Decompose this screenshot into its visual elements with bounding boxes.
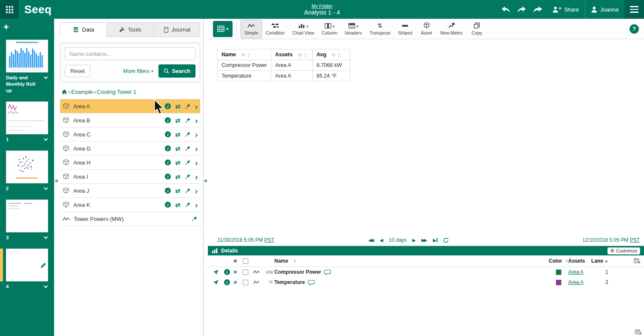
info-icon[interactable]: i xyxy=(165,202,171,208)
range-duration[interactable]: 10 days xyxy=(389,237,407,243)
info-icon[interactable]: i xyxy=(165,131,171,137)
user-menu[interactable]: Joanna xyxy=(585,0,624,19)
comment-icon[interactable] xyxy=(324,269,331,275)
chevron-down-icon[interactable] xyxy=(44,137,48,141)
swap-icon[interactable]: ⇄ xyxy=(175,202,181,208)
chevron-down-icon[interactable] xyxy=(44,75,48,79)
info-icon[interactable]: i xyxy=(165,174,171,180)
remove-icon[interactable]: × xyxy=(233,269,237,275)
details-header-color[interactable]: Color xyxy=(549,258,562,264)
more-filters-link[interactable]: More filters ▾ xyxy=(123,68,153,74)
swap-icon[interactable]: ⇄ xyxy=(175,103,181,110)
info-icon[interactable]: i xyxy=(224,269,230,275)
asset-link[interactable]: Area A xyxy=(568,269,584,275)
details-header-assets[interactable]: Assets xyxy=(568,258,585,264)
home-icon[interactable] xyxy=(61,89,67,95)
chevron-right-icon[interactable]: › xyxy=(195,173,198,181)
range-end[interactable]: 12/10/2018 5:05 PM PST xyxy=(582,237,640,243)
chevron-down-icon[interactable] xyxy=(44,284,48,288)
move-icon[interactable] xyxy=(298,52,302,57)
details-header-name[interactable]: Name xyxy=(274,258,288,264)
worksheet-label-3[interactable]: 2 xyxy=(6,185,48,192)
step-forward-full-icon[interactable]: ▶▶ xyxy=(421,238,427,243)
forward-button[interactable] xyxy=(529,0,546,19)
collapse-panel-left-icon[interactable]: « xyxy=(55,177,58,183)
toolbar-button-headers[interactable]: ▾ Headers xyxy=(341,20,366,38)
pin-icon[interactable] xyxy=(185,131,191,137)
sort-icon[interactable]: ▲▼ xyxy=(566,259,568,263)
swap-icon[interactable]: ⇄ xyxy=(175,159,181,166)
share-button[interactable]: Share xyxy=(546,0,585,19)
signal-name[interactable]: Compressor Power xyxy=(274,269,321,275)
chevron-right-icon[interactable]: › xyxy=(195,116,198,125)
move-icon[interactable] xyxy=(241,52,246,57)
table-header-assets[interactable]: Assets xyxy=(271,49,312,60)
pin-icon[interactable] xyxy=(192,216,198,222)
worksheet-label-4[interactable]: 3 xyxy=(6,235,48,241)
swap-icon[interactable]: ⇄ xyxy=(175,117,181,124)
search-input[interactable] xyxy=(65,47,196,60)
move-icon[interactable] xyxy=(331,52,336,57)
toolbar-button-column[interactable]: ▾ Column xyxy=(318,20,341,38)
table-header-avg[interactable]: Avg xyxy=(312,49,350,60)
select-all-checkbox[interactable] xyxy=(243,258,248,264)
pin-icon[interactable] xyxy=(185,202,191,208)
customize-button[interactable]: ⚙ Customize xyxy=(607,247,640,255)
sort-icon[interactable]: ▲▼ xyxy=(293,259,296,263)
pin-icon[interactable] xyxy=(185,174,191,180)
details-header-lane[interactable]: Lane xyxy=(591,258,603,264)
tab-data[interactable]: Data xyxy=(60,22,107,37)
breadcrumb-example-link[interactable]: Example xyxy=(71,89,93,95)
refresh-icon[interactable] xyxy=(443,238,449,243)
toolbar-button-simple[interactable]: Simple xyxy=(241,20,262,38)
swap-icon[interactable]: ⇄ xyxy=(175,145,181,152)
add-column-icon[interactable] xyxy=(635,330,642,335)
asset-row-area-b[interactable]: Area B i ⇄ › xyxy=(60,113,200,127)
pin-icon[interactable] xyxy=(185,159,191,165)
info-icon[interactable]: i xyxy=(165,188,171,194)
step-forward-half-icon[interactable]: ▶ xyxy=(412,238,416,243)
my-folder-link[interactable]: My Folder xyxy=(304,3,340,9)
pin-icon[interactable] xyxy=(185,145,191,151)
step-back-full-icon[interactable]: ◀◀ xyxy=(368,238,374,243)
toolbar-button-asset[interactable]: Asset xyxy=(416,20,437,38)
worksheet-thumbnail-2[interactable] xyxy=(6,101,48,134)
pin-icon[interactable] xyxy=(185,188,191,194)
table-view-dropdown-button[interactable]: ▾ xyxy=(213,21,233,37)
chevron-right-icon[interactable]: › xyxy=(195,130,198,139)
swap-icon[interactable]: ⇄ xyxy=(175,131,181,138)
help-button[interactable]: ? xyxy=(630,24,639,34)
undo-button[interactable] xyxy=(498,0,514,19)
worksheet-label-2[interactable]: 1 xyxy=(6,136,48,143)
asset-row-area-h[interactable]: Area H i ⇄ › xyxy=(60,156,200,170)
add-worksheet-button[interactable]: + xyxy=(3,23,14,33)
tab-journal[interactable]: Journal xyxy=(154,22,200,37)
info-icon[interactable]: i xyxy=(165,117,171,123)
chevron-right-icon[interactable]: › xyxy=(195,187,198,195)
app-switcher-button[interactable] xyxy=(0,0,19,19)
swap-icon[interactable]: ⇄ xyxy=(175,174,181,180)
step-back-half-icon[interactable]: ◀ xyxy=(380,238,383,243)
reset-button[interactable]: Reset xyxy=(65,65,90,77)
toolbar-button-copy[interactable]: Copy xyxy=(467,20,487,38)
chevron-right-icon[interactable]: › xyxy=(195,201,198,209)
signal-row-tower-powers[interactable]: Tower Powers (MW) xyxy=(60,212,200,226)
asset-link[interactable]: Area A xyxy=(568,279,584,285)
asset-row-area-i[interactable]: Area I i ⇄ › xyxy=(60,170,200,184)
end-timezone-link[interactable]: PST xyxy=(630,237,640,243)
step-to-now-icon[interactable]: ▶ xyxy=(433,238,437,243)
row-checkbox[interactable] xyxy=(243,280,248,285)
worksheet-label-1[interactable]: Daily and Monthly Roll up xyxy=(6,75,48,94)
column-settings-icon[interactable] xyxy=(634,258,641,264)
color-swatch[interactable] xyxy=(556,280,561,285)
navigate-arrow-icon[interactable] xyxy=(213,269,218,275)
asset-row-area-j[interactable]: Area J i ⇄ › xyxy=(60,184,200,198)
tab-tools[interactable]: Tools xyxy=(107,22,153,37)
grip-icon[interactable] xyxy=(338,52,341,57)
toolbar-button-chart-view[interactable]: ▾ Chart View xyxy=(288,20,318,38)
swap-icon[interactable]: ⇄ xyxy=(175,188,181,194)
info-icon[interactable]: i xyxy=(165,103,171,109)
worksheet-thumbnail-3[interactable] xyxy=(6,151,48,183)
worksheet-thumbnail-1[interactable] xyxy=(6,40,48,72)
range-start[interactable]: 11/30/2018 5:05 PM PST xyxy=(217,237,274,243)
